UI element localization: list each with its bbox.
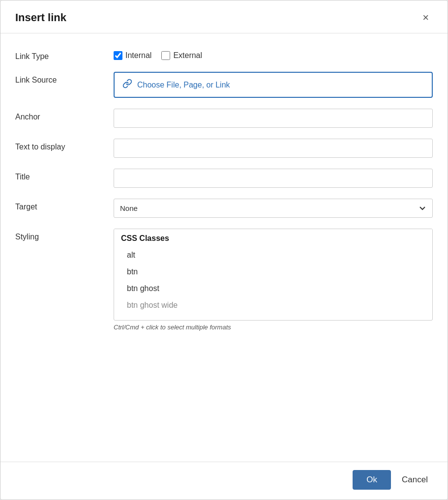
title-row: Title [15, 169, 433, 188]
target-row: Target None _blank _self _parent _top [15, 199, 433, 218]
styling-listbox-container: CSS Classes alt btn btn ghost btn ghost … [114, 229, 433, 321]
dialog-title: Insert link [15, 11, 66, 24]
title-input[interactable] [114, 169, 433, 188]
link-source-row: Link Source Choose File, Page, or Link [15, 72, 433, 98]
link-type-group: Internal External [114, 48, 433, 60]
target-label: Target [15, 199, 114, 211]
ok-button[interactable]: Ok [353, 470, 391, 490]
dialog-footer: Ok Cancel [0, 462, 448, 500]
link-source-control: Choose File, Page, or Link [114, 72, 433, 98]
title-control [114, 169, 433, 188]
link-source-label: Link Source [15, 72, 114, 85]
anchor-label: Anchor [15, 109, 114, 121]
styling-hint: Ctrl/Cmd + click to select multiple form… [114, 324, 433, 331]
listbox-item-btn[interactable]: btn [114, 264, 432, 280]
title-label: Title [15, 169, 114, 181]
link-type-label: Link Type [15, 48, 114, 61]
link-type-row: Link Type Internal External [15, 48, 433, 61]
target-control: None _blank _self _parent _top [114, 199, 433, 218]
close-button[interactable]: × [418, 10, 433, 25]
cancel-button[interactable]: Cancel [397, 470, 433, 490]
listbox-item-btn-ghost[interactable]: btn ghost [114, 280, 432, 297]
internal-option[interactable]: Internal [114, 51, 151, 60]
internal-label: Internal [125, 51, 151, 60]
external-option[interactable]: External [161, 51, 202, 60]
anchor-input[interactable] [114, 109, 433, 128]
link-source-button[interactable]: Choose File, Page, or Link [114, 72, 433, 98]
external-checkbox[interactable] [161, 51, 170, 60]
css-classes-header: CSS Classes [114, 229, 432, 247]
text-to-display-input[interactable] [114, 139, 433, 158]
styling-listbox[interactable]: CSS Classes alt btn btn ghost btn ghost … [114, 229, 432, 320]
dialog-header: Insert link × [0, 0, 448, 33]
text-to-display-control [114, 139, 433, 158]
anchor-row: Anchor [15, 109, 433, 128]
text-to-display-label: Text to display [15, 139, 114, 151]
insert-link-dialog: Insert link × Link Type Internal Externa… [0, 0, 448, 500]
target-select[interactable]: None _blank _self _parent _top [114, 199, 433, 218]
text-to-display-row: Text to display [15, 139, 433, 158]
link-chain-icon [122, 79, 132, 91]
internal-checkbox[interactable] [114, 51, 122, 60]
styling-label: Styling [15, 229, 114, 241]
styling-row: Styling CSS Classes alt btn btn ghost bt… [15, 229, 433, 331]
anchor-control [114, 109, 433, 128]
dialog-body: Link Type Internal External Link Source [0, 33, 448, 462]
listbox-item-alt[interactable]: alt [114, 247, 432, 264]
listbox-item-btn-ghost-wide[interactable]: btn ghost wide [114, 297, 432, 314]
link-source-button-text: Choose File, Page, or Link [137, 81, 230, 89]
external-label: External [173, 51, 202, 60]
styling-control: CSS Classes alt btn btn ghost btn ghost … [114, 229, 433, 331]
